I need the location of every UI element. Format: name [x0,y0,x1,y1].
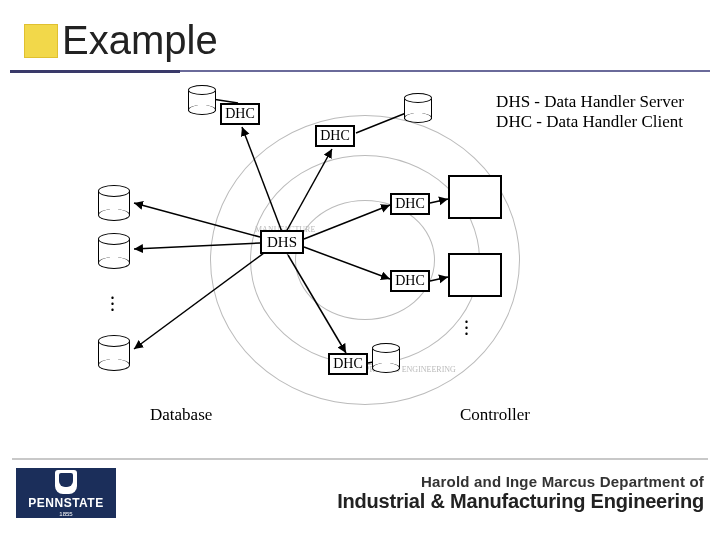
database-icon [404,93,432,123]
caption-controller: Controller [460,405,530,425]
controller-icon [448,175,502,219]
slide-title: Example [62,18,218,63]
title-underline [180,70,710,72]
database-icon [188,85,216,115]
node-label: DHC [333,356,363,372]
diagram: PROCESS ENGINEERING MANUFACTURE [60,85,640,425]
dhc-node: DHC [390,270,430,292]
footer: PENNSTATE 1855 Harold and Inge Marcus De… [16,462,704,524]
node-label: DHC [395,196,425,212]
database-icon [98,335,130,369]
title-underline-accent [10,70,180,73]
dhc-node: DHC [315,125,355,147]
title-block: Example [18,18,218,63]
department-name: Harold and Inge Marcus Department of Ind… [337,473,704,513]
bg-circle-inner [295,200,435,320]
dhc-node: DHC [220,103,260,125]
caption-database: Database [150,405,212,425]
dhc-node: DHC [328,353,368,375]
database-icon [372,343,400,373]
node-label: DHC [320,128,350,144]
shield-icon [55,470,77,494]
department-line2: Industrial & Manufacturing Engineering [337,490,704,513]
ellipsis-icon: ... [464,313,467,331]
department-line1: Harold and Inge Marcus Department of [337,473,704,490]
controller-icon [448,253,502,297]
node-label: DHC [395,273,425,289]
dhs-node: DHS [260,230,304,254]
ellipsis-icon: ... [110,289,113,307]
database-icon [98,233,130,267]
node-label: DHS [267,234,297,251]
node-label: DHC [225,106,255,122]
title-bullet-icon [24,24,58,58]
slide: Example DHS - Data Handler Server DHC - … [0,0,720,540]
logo-year: 1855 [59,511,72,517]
logo-text: PENNSTATE [28,496,103,510]
dhc-node: DHC [390,193,430,215]
database-icon [98,185,130,219]
footer-divider [12,458,708,460]
pennstate-logo: PENNSTATE 1855 [16,468,116,518]
